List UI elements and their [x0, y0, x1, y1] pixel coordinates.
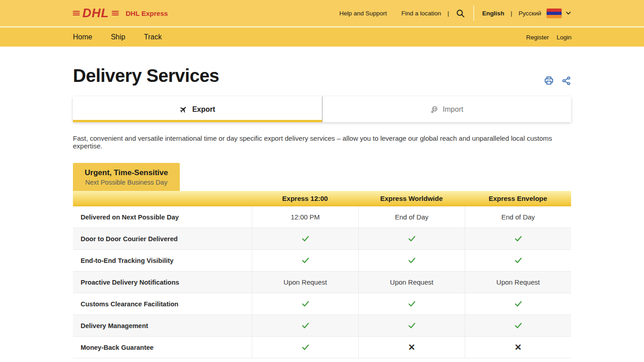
- cell-value: Upon Request: [358, 272, 465, 293]
- table-row: Delivery Management: [73, 315, 571, 337]
- divider: |: [447, 10, 449, 17]
- nav-item-register[interactable]: Register: [526, 34, 549, 41]
- tab-export-label: Export: [192, 105, 215, 114]
- table-row: Proactive Delivery NotificationsUpon Req…: [73, 272, 571, 293]
- check-icon: [252, 228, 358, 249]
- brand[interactable]: DHL DHL Express: [73, 6, 168, 20]
- nav-item-track[interactable]: Track: [144, 33, 162, 41]
- chevron-down-icon[interactable]: [565, 10, 572, 16]
- table-header-spacer: [73, 191, 252, 205]
- check-icon: [358, 293, 465, 314]
- service-category-badge: Urgent, Time-Sensitive Next Possible Bus…: [73, 163, 180, 191]
- badge-title: Urgent, Time-Sensitive: [85, 168, 168, 177]
- table-row: Customs Clearance Facilitation: [73, 293, 571, 315]
- find-location-link[interactable]: Find a location: [401, 10, 441, 17]
- logo-stripes-left: [73, 11, 80, 15]
- nav-item-login[interactable]: Login: [557, 34, 572, 41]
- nav-right: RegisterLogin: [526, 34, 572, 41]
- nav-item-home[interactable]: Home: [73, 33, 92, 41]
- import-globe-icon: [430, 105, 438, 114]
- tab-description: Fast, convenient and versatile internati…: [73, 134, 572, 150]
- armenia-flag-icon[interactable]: [547, 9, 562, 18]
- page-title: Delivery Services: [73, 66, 572, 86]
- main-navbar: HomeShipTrack RegisterLogin: [0, 28, 644, 47]
- logo-stripes-right: [112, 11, 119, 15]
- row-label: Customs Clearance Facilitation: [73, 293, 252, 314]
- logo-text: DHL: [82, 6, 109, 20]
- table-row: Money-Back Guarantee✕✕: [73, 337, 571, 358]
- cell-value: Upon Request: [465, 272, 571, 293]
- column-header: Express 12:00: [252, 191, 358, 205]
- comparison-table: Express 12:00Express WorldwideExpress En…: [73, 191, 571, 358]
- help-support-link[interactable]: Help and Support: [339, 10, 387, 17]
- table-body: Delivered on Next Possible Day12:00 PMEn…: [73, 206, 571, 358]
- content-area: Delivery Services Export Import Fast, c: [0, 66, 644, 362]
- share-icon[interactable]: [562, 76, 571, 86]
- table-row: End-to-End Tracking Visibility: [73, 250, 571, 272]
- tab-import[interactable]: Import: [322, 96, 572, 122]
- cross-icon: ✕: [358, 337, 465, 358]
- check-icon: [252, 337, 358, 358]
- dhl-logo: DHL: [73, 6, 119, 20]
- check-icon: [465, 250, 571, 271]
- table-row: Delivered on Next Possible Day12:00 PMEn…: [73, 206, 571, 228]
- cell-value: End of Day: [358, 206, 465, 228]
- column-header: Express Worldwide: [358, 191, 465, 205]
- brand-name: DHL Express: [126, 10, 168, 17]
- table-row: Door to Door Courier Delivered: [73, 228, 571, 250]
- row-label: Door to Door Courier Delivered: [73, 228, 252, 249]
- check-icon: [358, 228, 465, 249]
- plane-icon: [179, 105, 187, 114]
- row-label: Proactive Delivery Notifications: [73, 272, 252, 293]
- row-label: Money-Back Guarantee: [73, 337, 252, 358]
- badge-subtitle: Next Possible Business Day: [85, 179, 167, 186]
- tab-export[interactable]: Export: [73, 96, 322, 122]
- row-label: Delivered on Next Possible Day: [73, 206, 252, 228]
- tab-import-label: Import: [443, 105, 463, 114]
- row-label: Delivery Management: [73, 315, 252, 336]
- cell-value: 12:00 PM: [252, 206, 358, 228]
- check-icon: [358, 250, 465, 271]
- table-header: Express 12:00Express WorldwideExpress En…: [73, 191, 571, 206]
- topbar-links: Help and Support Find a location | Engli…: [339, 5, 572, 21]
- row-label: End-to-End Tracking Visibility: [73, 250, 252, 271]
- nav-left: HomeShipTrack: [73, 33, 162, 41]
- check-icon: [252, 250, 358, 271]
- divider: |: [510, 10, 512, 17]
- check-icon: [465, 315, 571, 336]
- check-icon: [465, 293, 571, 314]
- cross-icon: ✕: [465, 337, 571, 358]
- print-icon[interactable]: [544, 76, 554, 86]
- search-icon[interactable]: [456, 9, 465, 18]
- cell-value: End of Day: [465, 206, 571, 228]
- nav-item-ship[interactable]: Ship: [111, 33, 125, 41]
- divider: [473, 5, 474, 21]
- cell-value: Upon Request: [252, 272, 358, 293]
- page-actions: [544, 76, 571, 86]
- check-icon: [252, 293, 358, 314]
- check-icon: [252, 315, 358, 336]
- check-icon: [358, 315, 465, 336]
- language-english[interactable]: English: [482, 10, 505, 17]
- service-tabs: Export Import: [73, 96, 571, 122]
- column-header: Express Envelope: [465, 191, 571, 205]
- language-russian[interactable]: Русский: [519, 10, 541, 17]
- top-header: DHL DHL Express Help and Support Find a …: [0, 0, 644, 26]
- check-icon: [465, 228, 571, 249]
